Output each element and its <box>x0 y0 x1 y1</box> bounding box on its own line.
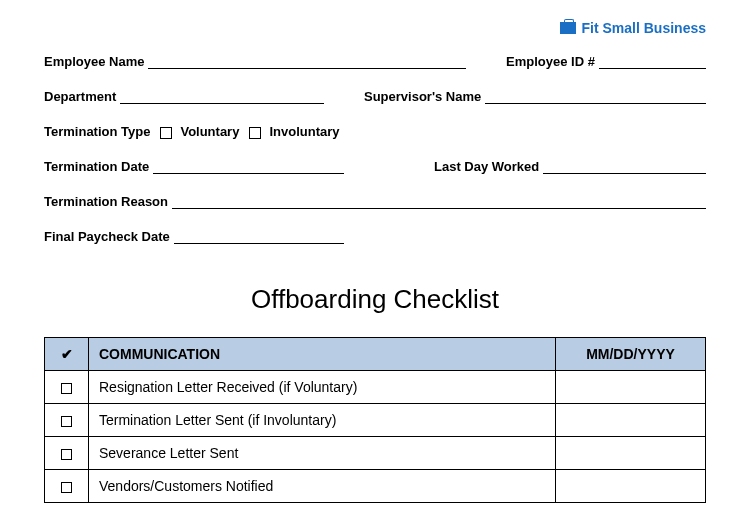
row-label: Termination Letter Sent (if Involuntary) <box>89 404 556 437</box>
department-input[interactable] <box>120 90 324 104</box>
termination-reason-input[interactable] <box>172 195 706 209</box>
checklist-table: ✔ COMMUNICATION MM/DD/YYYY Resignation L… <box>44 337 706 503</box>
briefcase-icon <box>560 22 576 34</box>
row-date-input[interactable] <box>556 470 706 503</box>
involuntary-checkbox[interactable] <box>249 127 261 139</box>
termination-reason-label: Termination Reason <box>44 194 168 209</box>
involuntary-label: Involuntary <box>269 124 339 139</box>
row-checkbox[interactable] <box>61 416 72 427</box>
row-date-input[interactable] <box>556 404 706 437</box>
row-checkbox[interactable] <box>61 383 72 394</box>
voluntary-label: Voluntary <box>180 124 239 139</box>
page-title: Offboarding Checklist <box>44 284 706 315</box>
department-label: Department <box>44 89 116 104</box>
last-day-input[interactable] <box>543 160 706 174</box>
termination-type-label: Termination Type <box>44 124 150 139</box>
final-paycheck-input[interactable] <box>174 230 344 244</box>
table-row: Vendors/Customers Notified <box>45 470 706 503</box>
row-checkbox[interactable] <box>61 482 72 493</box>
supervisor-label: Supervisor's Name <box>364 89 481 104</box>
table-row: Resignation Letter Received (if Voluntar… <box>45 371 706 404</box>
section-header: COMMUNICATION <box>89 338 556 371</box>
supervisor-input[interactable] <box>485 90 706 104</box>
employee-id-label: Employee ID # <box>506 54 595 69</box>
row-checkbox[interactable] <box>61 449 72 460</box>
row-label: Resignation Letter Received (if Voluntar… <box>89 371 556 404</box>
employee-name-input[interactable] <box>148 55 466 69</box>
table-row: Severance Letter Sent <box>45 437 706 470</box>
termination-date-label: Termination Date <box>44 159 149 174</box>
voluntary-checkbox[interactable] <box>160 127 172 139</box>
row-date-input[interactable] <box>556 371 706 404</box>
employee-name-label: Employee Name <box>44 54 144 69</box>
brand-logo: Fit Small Business <box>44 20 706 36</box>
row-date-input[interactable] <box>556 437 706 470</box>
termination-date-input[interactable] <box>153 160 344 174</box>
employee-id-input[interactable] <box>599 55 706 69</box>
date-header: MM/DD/YYYY <box>556 338 706 371</box>
final-paycheck-label: Final Paycheck Date <box>44 229 170 244</box>
table-row: Termination Letter Sent (if Involuntary) <box>45 404 706 437</box>
check-header: ✔ <box>45 338 89 371</box>
row-label: Severance Letter Sent <box>89 437 556 470</box>
brand-text: Fit Small Business <box>582 20 706 36</box>
row-label: Vendors/Customers Notified <box>89 470 556 503</box>
last-day-label: Last Day Worked <box>434 159 539 174</box>
